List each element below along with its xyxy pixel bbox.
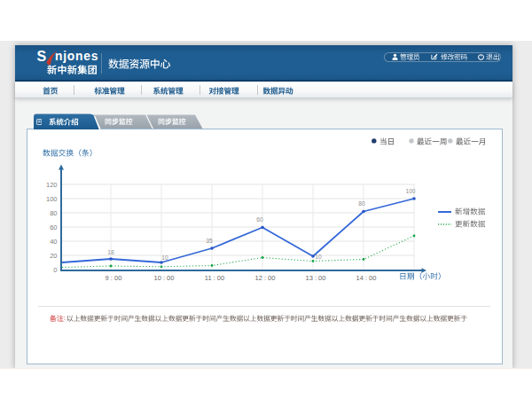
svg-text:80: 80	[358, 200, 365, 207]
svg-text:100: 100	[46, 195, 58, 203]
svg-text:9 : 00: 9 : 00	[106, 274, 122, 282]
svg-text:120: 120	[46, 181, 58, 189]
svg-text:10: 10	[161, 254, 168, 261]
svg-text:60: 60	[50, 223, 57, 231]
svg-text:18: 18	[107, 249, 114, 255]
svg-text:100: 100	[405, 188, 415, 194]
svg-text:80: 80	[50, 209, 57, 217]
svg-text:14 : 00: 14 : 00	[356, 274, 377, 282]
svg-text:10 : 00: 10 : 00	[154, 274, 175, 282]
svg-text:0: 0	[53, 266, 57, 274]
svg-text:20: 20	[50, 252, 57, 260]
svg-text:40: 40	[50, 238, 57, 246]
svg-text:35: 35	[206, 238, 213, 244]
svg-text:11 : 00: 11 : 00	[205, 274, 224, 282]
svg-text:60: 60	[256, 216, 263, 223]
svg-text:13 : 00: 13 : 00	[306, 274, 326, 282]
svg-text:12 : 00: 12 : 00	[255, 274, 276, 282]
svg-text:10: 10	[315, 254, 322, 260]
